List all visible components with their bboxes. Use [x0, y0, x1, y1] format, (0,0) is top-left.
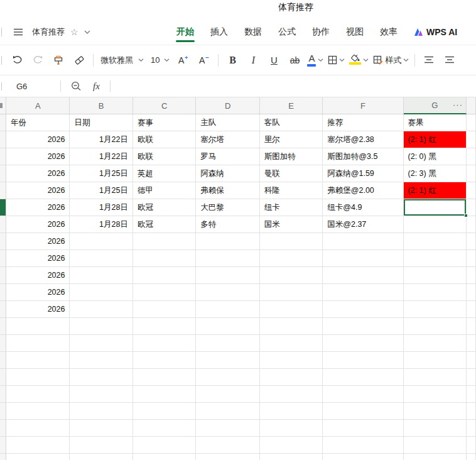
- align-top-button[interactable]: [421, 51, 437, 70]
- cell[interactable]: [196, 233, 259, 250]
- cell[interactable]: [133, 318, 196, 335]
- cell[interactable]: [133, 454, 196, 460]
- cell[interactable]: 欧联: [133, 131, 196, 148]
- borders-button[interactable]: [328, 51, 345, 70]
- cell[interactable]: [404, 284, 467, 301]
- select-all-corner[interactable]: [0, 97, 6, 114]
- cell[interactable]: [323, 233, 403, 250]
- cell[interactable]: 1月28日: [70, 199, 133, 216]
- cell[interactable]: [133, 250, 196, 267]
- format-painter-button[interactable]: [50, 51, 67, 70]
- row-header[interactable]: [0, 301, 6, 318]
- cell[interactable]: [70, 437, 133, 454]
- cell[interactable]: [467, 131, 476, 148]
- cell[interactable]: [260, 369, 323, 386]
- cell[interactable]: [323, 420, 403, 437]
- row-header[interactable]: [0, 165, 6, 182]
- cell[interactable]: [404, 199, 467, 216]
- increase-font-button[interactable]: A+: [175, 51, 192, 70]
- header-cell[interactable]: 赛事: [133, 114, 196, 131]
- font-family-select[interactable]: 微软雅黑: [99, 55, 145, 66]
- cell[interactable]: [323, 403, 403, 420]
- cell[interactable]: [133, 335, 196, 352]
- cell[interactable]: [6, 420, 70, 437]
- cell[interactable]: 斯图加特@3.5: [323, 148, 403, 165]
- cell[interactable]: [196, 420, 259, 437]
- row-header[interactable]: [0, 216, 6, 233]
- cell[interactable]: 大巴黎: [196, 199, 259, 216]
- cell[interactable]: [323, 318, 403, 335]
- cell[interactable]: [323, 335, 403, 352]
- column-header[interactable]: B: [70, 97, 133, 114]
- cell[interactable]: [6, 454, 70, 460]
- row-header[interactable]: [0, 284, 6, 301]
- row-header[interactable]: [0, 369, 6, 386]
- cell[interactable]: [70, 369, 133, 386]
- cell[interactable]: [6, 369, 70, 386]
- row-header[interactable]: [0, 437, 6, 454]
- cell[interactable]: [404, 352, 467, 369]
- cell[interactable]: 欧联: [133, 148, 196, 165]
- cell[interactable]: [196, 250, 259, 267]
- cell[interactable]: [260, 233, 323, 250]
- cell[interactable]: [133, 301, 196, 318]
- cell[interactable]: 阿森纳: [196, 165, 259, 182]
- cell[interactable]: [404, 369, 467, 386]
- cell[interactable]: [196, 369, 259, 386]
- column-header[interactable]: [467, 97, 476, 114]
- row-header[interactable]: [0, 199, 6, 216]
- row-header[interactable]: [0, 233, 6, 250]
- cell[interactable]: [404, 301, 467, 318]
- cell[interactable]: [404, 454, 467, 460]
- cell[interactable]: [467, 369, 476, 386]
- row-header[interactable]: [0, 420, 6, 437]
- cell[interactable]: [6, 386, 70, 403]
- align-middle-button[interactable]: [441, 51, 458, 70]
- cell[interactable]: (2: 0) 黑: [404, 148, 467, 165]
- cell[interactable]: [260, 335, 323, 352]
- cell[interactable]: [70, 335, 133, 352]
- cell[interactable]: [467, 420, 476, 437]
- cell[interactable]: 弗赖堡@2.00: [323, 182, 403, 199]
- header-cell[interactable]: 年份: [6, 114, 70, 131]
- cell[interactable]: [196, 301, 259, 318]
- column-header[interactable]: E: [260, 97, 323, 114]
- undo-button[interactable]: [9, 51, 25, 70]
- cell[interactable]: [70, 403, 133, 420]
- cell[interactable]: 德甲: [133, 182, 196, 199]
- cell[interactable]: [70, 301, 133, 318]
- cell[interactable]: 斯图加特: [260, 148, 323, 165]
- cell[interactable]: [467, 199, 476, 216]
- row-header[interactable]: [0, 182, 6, 199]
- cell[interactable]: [467, 182, 476, 199]
- tab-wps-ai[interactable]: WPS AI: [413, 21, 458, 43]
- cell[interactable]: [6, 437, 70, 454]
- cell[interactable]: 1月25日: [70, 182, 133, 199]
- cell[interactable]: [6, 335, 70, 352]
- cell[interactable]: [133, 437, 196, 454]
- row-header[interactable]: [0, 148, 6, 165]
- cell[interactable]: [323, 454, 403, 460]
- row-header[interactable]: [0, 114, 6, 131]
- cell[interactable]: [133, 284, 196, 301]
- cell[interactable]: [467, 250, 476, 267]
- cell[interactable]: [467, 301, 476, 318]
- cell[interactable]: [467, 352, 476, 369]
- cell[interactable]: 阿森纳@1.59: [323, 165, 403, 182]
- cell[interactable]: [196, 318, 259, 335]
- cell[interactable]: 2026: [6, 165, 70, 182]
- cell[interactable]: [260, 386, 323, 403]
- cell[interactable]: 欧冠: [133, 199, 196, 216]
- cell[interactable]: (2: 1) 红: [404, 182, 467, 199]
- cell[interactable]: [404, 386, 467, 403]
- cell[interactable]: [133, 386, 196, 403]
- cell[interactable]: [404, 437, 467, 454]
- cell[interactable]: [6, 403, 70, 420]
- formula-input[interactable]: [111, 75, 476, 97]
- cell[interactable]: [467, 165, 476, 182]
- cell[interactable]: [467, 403, 476, 420]
- cell[interactable]: 2026: [6, 250, 70, 267]
- cell[interactable]: (2: 3) 黑: [404, 165, 467, 182]
- zoom-out-icon[interactable]: [71, 81, 82, 91]
- cell[interactable]: 1月22日: [70, 131, 133, 148]
